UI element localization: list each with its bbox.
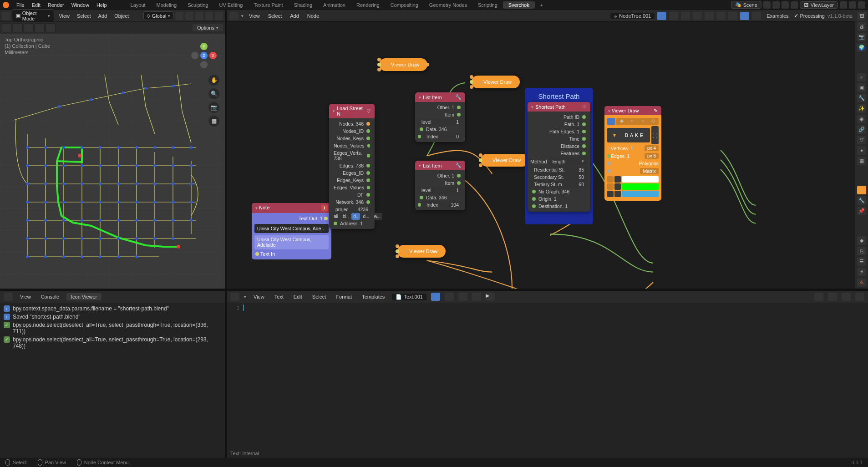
wrench-icon-2[interactable]: 🔧	[455, 162, 462, 168]
sp-method-select[interactable]: length▾	[549, 158, 588, 165]
orientation-selector[interactable]: ◇ Global ▾	[143, 11, 174, 20]
text-templates[interactable]: Templates	[359, 293, 387, 300]
cr2-icon[interactable]	[614, 183, 621, 190]
console-menu[interactable]: Console	[38, 293, 62, 300]
axis-gizmo[interactable]: Y X Z	[191, 43, 217, 68]
viewlayer-selector[interactable]: 🖼 ViewLayer	[800, 1, 838, 9]
sp-secondary-field[interactable]: Secondary St.50	[530, 173, 588, 181]
prop-world-icon[interactable]: 🌍	[857, 43, 866, 52]
node-backdrop-icon[interactable]	[705, 12, 714, 20]
rotate-tool-icon[interactable]	[35, 23, 45, 32]
menu-edit[interactable]: Edit	[28, 2, 44, 8]
text-syntax-icon[interactable]	[842, 293, 851, 301]
node-load-street[interactable]: ▾ Load Street N ♡ Nodes. 346 Nodes_ID No…	[329, 104, 375, 229]
pan-icon[interactable]: ✋	[208, 75, 219, 86]
vp-menu-select[interactable]: Select	[74, 12, 94, 20]
scale-tool-icon[interactable]	[46, 23, 56, 32]
tab-sculpting[interactable]: Sculpting	[182, 1, 213, 9]
prop-clip-icon[interactable]: ⎘	[857, 247, 866, 255]
tab-add[interactable]: +	[535, 1, 548, 9]
node-extra-icon[interactable]	[752, 12, 761, 20]
text-shield-icon[interactable]	[431, 293, 440, 301]
node-list-item-1[interactable]: ▾List Item 🔧 Other. 1 Item level1 Data. …	[415, 92, 465, 142]
btn-all[interactable]: all	[332, 213, 340, 220]
cr1-icon[interactable]	[614, 176, 621, 183]
node-menu-view[interactable]: View	[246, 12, 263, 20]
camera-icon[interactable]: 📷	[208, 102, 219, 113]
prop-object-icon[interactable]: ▣	[857, 83, 866, 92]
object-mode-selector[interactable]: ▣ Object Mode ▾	[12, 9, 55, 23]
node-viewer-draw-detail[interactable]: ▾ Viewer Draw ✎ ◈ ○ ○ ◇	[604, 106, 661, 201]
prop-list-icon[interactable]: ☰	[857, 257, 866, 266]
node-viewer-draw-3[interactable]: ▸ Viewer Draw	[481, 154, 529, 167]
cr2-toggle[interactable]	[607, 183, 614, 190]
options-dropdown[interactable]: Options ▾	[193, 24, 223, 31]
prop-shape-icon[interactable]: ◆	[857, 236, 866, 245]
load-street-header[interactable]: ▾ Load Street N ♡	[329, 104, 375, 118]
tab-uv[interactable]: UV Editing	[213, 1, 248, 9]
prop-hash-icon[interactable]: #	[857, 268, 866, 276]
vdraw-eye-icon[interactable]	[607, 118, 615, 125]
viewlayer-new-icon[interactable]	[849, 1, 856, 9]
tab-layout[interactable]: Layout	[125, 1, 151, 9]
frame-shortest-path[interactable]: Shortest Path ▾Shortest Path ♡ Path ID P…	[525, 88, 593, 224]
prop-wrench-icon[interactable]: 🔧	[857, 196, 866, 205]
console-view[interactable]: View	[17, 293, 34, 300]
prop-texture-icon[interactable]: ▦	[857, 157, 866, 165]
heart-icon[interactable]: ♡	[366, 108, 371, 114]
viewport-canvas[interactable]: Top Orthographic (1) Collection | Cube M…	[0, 34, 225, 289]
proportional-type-icon[interactable]	[215, 12, 223, 20]
cr3-icon[interactable]	[614, 191, 621, 197]
node-note[interactable]: ▾ Note i Text Out. 1 Unisa City West Cam…	[252, 203, 331, 259]
node-viewer-draw-1[interactable]: ▸ Viewer Draw	[379, 58, 427, 71]
examples-menu[interactable]: Examples	[764, 12, 791, 20]
text-select[interactable]: Select	[310, 293, 329, 300]
vp-menu-view[interactable]: View	[56, 12, 72, 20]
tree-shield-icon[interactable]	[657, 12, 666, 20]
tab-geonodes[interactable]: Geometry Nodes	[424, 1, 472, 9]
node-snap-icon[interactable]	[716, 12, 726, 20]
vdraw-header[interactable]: ▾ Viewer Draw ✎	[604, 106, 661, 115]
node-viewer-draw-2[interactable]: ▸ Viewer Draw	[472, 76, 520, 88]
zoom-icon[interactable]: 🔍	[208, 88, 219, 99]
sp-tertiary-field[interactable]: Tertiary St. m60	[530, 181, 588, 188]
text-name-selector[interactable]: 📄 Text.001	[392, 294, 426, 300]
li1-index-field[interactable]: Index0	[423, 133, 462, 140]
x-axis-icon[interactable]: X	[209, 52, 217, 59]
li2-level-field[interactable]: level1	[418, 187, 462, 194]
node-tree-selector[interactable]: ⟐ NodeTree.001	[610, 13, 655, 19]
vdraw-mode-2[interactable]: ○	[627, 118, 637, 125]
node-canvas[interactable]: ▸ Viewer Draw ▸ Viewer Draw ▸ Viewer Dra…	[227, 22, 855, 289]
heart-icon-2[interactable]: ♡	[582, 104, 587, 110]
menu-window[interactable]: Window	[68, 2, 93, 8]
prop-sverchok-icon[interactable]: ⟐	[857, 186, 866, 194]
cr1-swatch[interactable]	[622, 176, 659, 183]
text-format[interactable]: Format	[333, 293, 355, 300]
prop-warning-icon[interactable]: ⚠	[857, 278, 866, 287]
menu-help[interactable]: Help	[93, 2, 111, 8]
node-menu-add[interactable]: Add	[287, 12, 302, 20]
list-item-1-header[interactable]: ▾List Item 🔧	[415, 92, 465, 102]
text-unlink-icon[interactable]	[472, 293, 481, 301]
cr2-swatch[interactable]	[622, 183, 659, 190]
node-menu-select[interactable]: Select	[265, 12, 285, 20]
text-view[interactable]: View	[251, 293, 267, 300]
prop-output-icon[interactable]: 🖨	[857, 22, 866, 31]
node-viewer-draw-4[interactable]: ▸ Viewer Draw	[397, 245, 446, 258]
text-run-icon[interactable]: ▶	[486, 293, 495, 301]
text-margin-icon[interactable]	[855, 293, 864, 301]
text-edit[interactable]: Edit	[291, 293, 305, 300]
vdraw-mode-4[interactable]: ◇	[648, 118, 659, 125]
scene-copy-icon[interactable]	[772, 1, 780, 9]
scene-new-icon[interactable]	[782, 1, 789, 9]
node-highlight-icon[interactable]	[740, 12, 749, 20]
tree-close-icon[interactable]	[693, 12, 702, 20]
scene-del-icon[interactable]	[791, 1, 798, 9]
tree-copy-icon[interactable]	[669, 12, 678, 20]
viewlayer-copy-icon[interactable]	[840, 1, 847, 9]
vdraw-mode-3[interactable]: ○	[638, 118, 648, 125]
tree-unlink-icon[interactable]	[681, 12, 690, 20]
prop-scene-icon[interactable]: ⟐	[857, 73, 866, 81]
pivot-icon[interactable]	[175, 12, 183, 20]
console-tab-iconviewer[interactable]: Icon Viewer	[66, 293, 102, 300]
